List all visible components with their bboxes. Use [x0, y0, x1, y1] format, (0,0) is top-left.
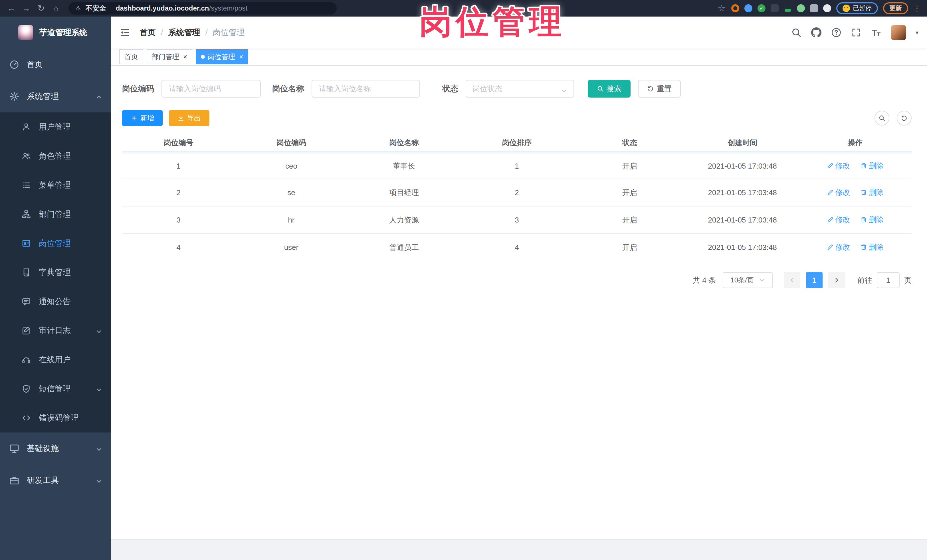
sidebar-item-notices[interactable]: 通知公告	[0, 287, 111, 316]
table-header-row: 岗位编号 岗位编码 岗位名称 岗位排序 状态 创建时间 操作	[122, 134, 912, 152]
sidebar-item-departments[interactable]: 部门管理	[0, 200, 111, 229]
delete-link[interactable]: 删除	[860, 215, 884, 225]
url-text: dashboard.yudao.iocoder.cn/system/post	[116, 4, 248, 12]
prev-page-button[interactable]	[784, 272, 800, 288]
export-button[interactable]: 导出	[169, 110, 210, 126]
extension-gray-icon[interactable]	[770, 4, 779, 12]
tab-departments[interactable]: 部门管理×	[147, 49, 192, 64]
page-size-select[interactable]: 10条/页	[723, 272, 773, 288]
app-logo-row[interactable]: 芋道管理系统	[0, 17, 111, 49]
chevron-down-icon	[759, 277, 765, 283]
post-badge-icon	[22, 239, 31, 248]
edit-link[interactable]: 修改	[827, 187, 850, 197]
sidebar-item-devtools[interactable]: 研发工具	[0, 464, 111, 496]
post-name-input[interactable]	[312, 80, 420, 97]
page-number-1[interactable]: 1	[806, 272, 822, 288]
github-icon[interactable]	[811, 27, 821, 38]
edit-link[interactable]: 修改	[827, 161, 850, 171]
extension-pin-icon[interactable]	[745, 4, 752, 12]
browser-reload-icon[interactable]: ↻	[34, 0, 48, 17]
edit-link[interactable]: 修改	[827, 215, 850, 225]
sidebar-item-infrastructure[interactable]: 基础设施	[0, 433, 111, 464]
table-row: 4 user 普通员工 4 开启 2021-01-05 17:03:48 修改 …	[122, 234, 912, 261]
caret-down-icon[interactable]: ▾	[916, 29, 918, 36]
toggle-search-button[interactable]	[874, 111, 889, 126]
sidebar: 芋道管理系统 首页 系统管理 用户管理 角色管理	[0, 17, 111, 560]
sidebar-item-error-codes[interactable]: 错误码管理	[0, 404, 111, 433]
reset-button[interactable]: 重置	[638, 80, 681, 97]
update-button[interactable]: 更新	[883, 2, 908, 14]
help-icon[interactable]	[831, 27, 841, 38]
breadcrumb-system[interactable]: 系统管理	[168, 27, 200, 38]
close-icon[interactable]: ×	[183, 53, 187, 60]
avatar[interactable]	[891, 25, 906, 40]
tab-posts[interactable]: 岗位管理×	[196, 49, 248, 64]
security-label[interactable]: 不安全	[86, 4, 106, 13]
address-bar[interactable]: ⚠ 不安全 dashboard.yudao.iocoder.cn/system/…	[68, 2, 337, 15]
tab-home[interactable]: 首页	[119, 49, 143, 64]
sidebar-item-label: 系统管理	[27, 91, 59, 102]
headset-icon	[22, 355, 31, 364]
post-code-input[interactable]	[161, 80, 261, 97]
breadcrumb-separator: /	[205, 28, 208, 37]
hamburger-icon[interactable]	[120, 27, 130, 38]
font-size-icon[interactable]	[871, 27, 881, 38]
sidebar-item-roles[interactable]: 角色管理	[0, 141, 111, 171]
edit-link[interactable]: 修改	[827, 242, 850, 252]
next-page-button[interactable]	[828, 272, 845, 288]
extension-paw-icon[interactable]	[823, 4, 831, 12]
chevron-down-icon	[96, 328, 102, 334]
col-actions: 操作	[799, 134, 912, 152]
sidebar-item-online-users[interactable]: 在线用户	[0, 345, 111, 374]
browser-actions: ☆ ✓ 已暂停 更新 ⋮	[717, 0, 920, 17]
top-navbar: 首页 / 系统管理 / 岗位管理 ▾	[111, 17, 927, 49]
chevron-down-icon	[561, 86, 567, 92]
posts-table: 岗位编号 岗位编码 岗位名称 岗位排序 状态 创建时间 操作 1 ceo	[122, 134, 912, 261]
sidebar-item-home[interactable]: 首页	[0, 49, 111, 80]
app-title: 芋道管理系统	[40, 27, 87, 38]
breadcrumb-separator: /	[161, 28, 163, 37]
sidebar-item-label: 研发工具	[27, 475, 59, 486]
browser-home-icon[interactable]: ⌂	[49, 0, 63, 17]
status-select[interactable]: 岗位状态	[466, 80, 574, 97]
menu-list-icon	[22, 181, 31, 190]
extension-donut-icon[interactable]	[731, 4, 739, 12]
goto-page-input[interactable]	[877, 272, 900, 288]
bookmark-star-icon[interactable]: ☆	[717, 0, 726, 17]
paused-badge[interactable]: 已暂停	[836, 2, 878, 14]
sidebar-item-posts[interactable]: 岗位管理	[0, 229, 111, 258]
search-icon[interactable]	[791, 27, 801, 38]
browser-forward-icon[interactable]: →	[20, 0, 33, 17]
fullscreen-icon[interactable]	[851, 27, 862, 38]
delete-link[interactable]: 删除	[860, 161, 884, 171]
extension-check-icon[interactable]: ✓	[758, 4, 766, 12]
chevron-down-icon	[96, 445, 102, 452]
refresh-button[interactable]	[897, 111, 912, 126]
edit-square-icon	[22, 326, 31, 335]
toolbar-right	[874, 111, 912, 126]
extensions-puzzle-icon[interactable]	[810, 4, 818, 12]
delete-link[interactable]: 删除	[860, 242, 884, 252]
browser-menu-icon[interactable]: ⋮	[913, 4, 920, 13]
warning-icon: ⚠	[75, 5, 81, 12]
sidebar-item-system[interactable]: 系统管理	[0, 80, 111, 112]
sidebar-item-sms[interactable]: 短信管理	[0, 374, 111, 404]
browser-back-icon[interactable]: ←	[5, 0, 18, 17]
sidebar-item-dictionary[interactable]: 字典管理	[0, 258, 111, 287]
sidebar-item-audit-log[interactable]: 审计日志	[0, 316, 111, 345]
active-dot	[201, 55, 205, 59]
extension-leaf-icon[interactable]	[797, 4, 805, 12]
code-icon	[22, 413, 31, 422]
page-content: 岗位编码 岗位名称 状态 岗位状态 搜索 重置 新增 导出	[111, 65, 927, 539]
sidebar-item-menus[interactable]: 菜单管理	[0, 171, 111, 200]
close-icon[interactable]: ×	[239, 53, 243, 60]
add-button[interactable]: 新增	[122, 110, 163, 126]
breadcrumb-home[interactable]: 首页	[140, 27, 156, 38]
tags-view: 首页 部门管理× 岗位管理×	[111, 49, 927, 65]
extension-dark-icon[interactable]	[784, 4, 792, 12]
sidebar-item-users[interactable]: 用户管理	[0, 112, 111, 141]
search-button[interactable]: 搜索	[588, 80, 631, 97]
delete-link[interactable]: 删除	[860, 187, 884, 197]
navbar-actions: ▾	[791, 25, 918, 40]
col-post-code: 岗位编码	[235, 134, 348, 152]
